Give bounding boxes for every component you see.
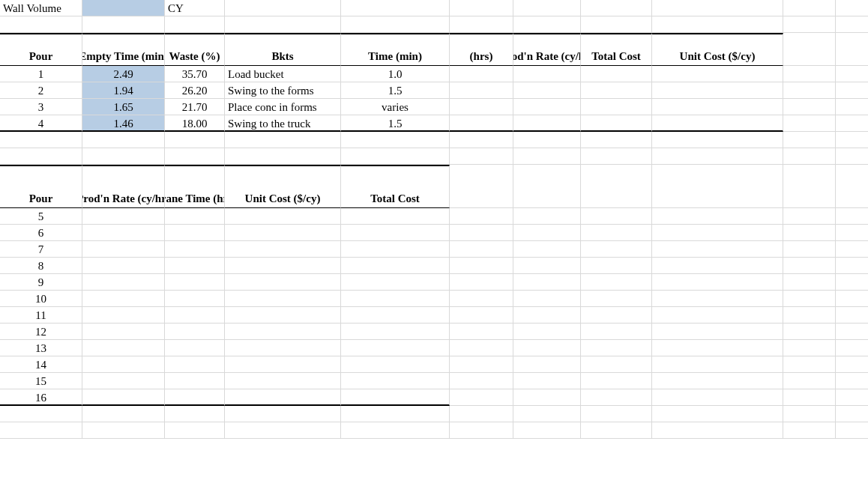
blank-cell[interactable]: [836, 165, 868, 208]
blank-cell[interactable]: [652, 225, 783, 241]
t1-empty[interactable]: 1.46: [82, 115, 165, 132]
blank-cell[interactable]: [82, 16, 165, 33]
blank-cell[interactable]: [783, 340, 836, 356]
blank-cell[interactable]: [783, 406, 836, 422]
blank-cell[interactable]: [581, 373, 652, 389]
blank-cell[interactable]: [652, 389, 783, 406]
blank-cell[interactable]: [450, 208, 513, 225]
blank-cell[interactable]: [783, 115, 836, 132]
t2-unit[interactable]: [225, 274, 341, 291]
t2-unit[interactable]: [225, 225, 341, 241]
blank-cell[interactable]: [652, 16, 783, 33]
wall-volume-value[interactable]: [82, 0, 165, 16]
blank-cell[interactable]: [783, 33, 836, 66]
blank-cell[interactable]: [450, 165, 513, 208]
t2-total[interactable]: [341, 389, 450, 406]
blank-cell[interactable]: [581, 132, 652, 148]
blank-cell[interactable]: [836, 241, 868, 258]
t1-waste[interactable]: 35.70: [165, 66, 225, 82]
t2-prodn[interactable]: [82, 324, 165, 340]
blank-cell[interactable]: [652, 241, 783, 258]
t2-prodn[interactable]: [82, 373, 165, 389]
blank-cell[interactable]: [783, 208, 836, 225]
blank-cell[interactable]: [783, 132, 836, 148]
blank-cell[interactable]: [513, 16, 581, 33]
blank-cell[interactable]: [783, 422, 836, 439]
t1-waste[interactable]: 18.00: [165, 115, 225, 132]
blank-cell[interactable]: [450, 241, 513, 258]
t2-prodn[interactable]: [82, 258, 165, 274]
blank-cell[interactable]: [652, 0, 783, 16]
blank-cell[interactable]: [450, 148, 513, 165]
blank-cell[interactable]: [0, 16, 82, 33]
blank-cell[interactable]: [450, 389, 513, 406]
blank-cell[interactable]: [783, 99, 836, 115]
t1-empty[interactable]: 1.65: [82, 99, 165, 115]
t1-total[interactable]: [581, 99, 652, 115]
blank-cell[interactable]: [652, 373, 783, 389]
t1-unit[interactable]: [652, 115, 783, 132]
blank-cell[interactable]: [450, 307, 513, 324]
t1-time[interactable]: varies: [341, 99, 450, 115]
blank-cell[interactable]: [450, 406, 513, 422]
blank-cell[interactable]: [652, 274, 783, 291]
blank-cell[interactable]: [581, 389, 652, 406]
blank-cell[interactable]: [0, 132, 82, 148]
blank-cell[interactable]: [783, 356, 836, 373]
t1-pour[interactable]: 3: [0, 99, 82, 115]
blank-cell[interactable]: [783, 291, 836, 307]
blank-cell[interactable]: [836, 208, 868, 225]
t1-prodn[interactable]: [513, 82, 581, 99]
t2-total[interactable]: [341, 373, 450, 389]
t2-pour[interactable]: 8: [0, 258, 82, 274]
blank-cell[interactable]: [652, 208, 783, 225]
t1-hrs[interactable]: [450, 66, 513, 82]
blank-cell[interactable]: [783, 82, 836, 99]
blank-cell[interactable]: [341, 406, 450, 422]
t2-pour[interactable]: 11: [0, 307, 82, 324]
blank-cell[interactable]: [450, 258, 513, 274]
blank-cell[interactable]: [0, 422, 82, 439]
t1-bkts[interactable]: Load bucket: [225, 66, 341, 82]
blank-cell[interactable]: [225, 406, 341, 422]
blank-cell[interactable]: [225, 16, 341, 33]
blank-cell[interactable]: [652, 258, 783, 274]
blank-cell[interactable]: [836, 274, 868, 291]
t1-bkts[interactable]: Place conc in forms: [225, 99, 341, 115]
t1-bkts[interactable]: Swing to the forms: [225, 82, 341, 99]
blank-cell[interactable]: [513, 389, 581, 406]
blank-cell[interactable]: [783, 241, 836, 258]
t2-crane[interactable]: [165, 340, 225, 356]
blank-cell[interactable]: [341, 16, 450, 33]
blank-cell[interactable]: [783, 225, 836, 241]
blank-cell[interactable]: [652, 132, 783, 148]
blank-cell[interactable]: [82, 406, 165, 422]
blank-cell[interactable]: [450, 373, 513, 389]
blank-cell[interactable]: [581, 307, 652, 324]
blank-cell[interactable]: [513, 291, 581, 307]
blank-cell[interactable]: [581, 258, 652, 274]
blank-cell[interactable]: [836, 132, 868, 148]
blank-cell[interactable]: [581, 208, 652, 225]
blank-cell[interactable]: [836, 258, 868, 274]
blank-cell[interactable]: [581, 274, 652, 291]
blank-cell[interactable]: [836, 307, 868, 324]
t1-empty[interactable]: 2.49: [82, 66, 165, 82]
blank-cell[interactable]: [836, 389, 868, 406]
t2-unit[interactable]: [225, 307, 341, 324]
t2-pour[interactable]: 6: [0, 225, 82, 241]
t1-pour[interactable]: 2: [0, 82, 82, 99]
blank-cell[interactable]: [836, 406, 868, 422]
t1-total[interactable]: [581, 115, 652, 132]
t2-pour[interactable]: 5: [0, 208, 82, 225]
t1-hrs[interactable]: [450, 115, 513, 132]
spreadsheet-grid[interactable]: Wall Volume CY Pour Empty Time (min) Was…: [0, 0, 868, 439]
blank-cell[interactable]: [836, 422, 868, 439]
t1-hrs[interactable]: [450, 99, 513, 115]
blank-cell[interactable]: [513, 165, 581, 208]
t1-unit[interactable]: [652, 66, 783, 82]
blank-cell[interactable]: [652, 422, 783, 439]
t2-crane[interactable]: [165, 324, 225, 340]
t2-unit[interactable]: [225, 258, 341, 274]
blank-cell[interactable]: [341, 422, 450, 439]
